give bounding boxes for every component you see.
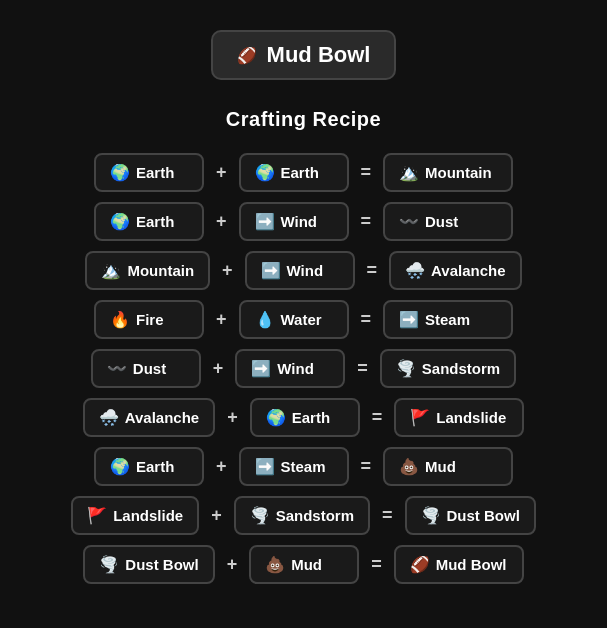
section-title: Crafting Recipe [226,108,381,131]
ingredient-b-1[interactable]: ➡️ Wind [239,202,349,241]
plus-operator-5: + [223,407,242,428]
ingredient-b-icon-5: 🌍 [266,408,286,427]
result-label-5: Landslide [436,409,506,426]
ingredient-b-2[interactable]: ➡️ Wind [245,251,355,290]
equals-operator-0: = [357,162,376,183]
result-label-4: Sandstorm [422,360,500,377]
ingredient-a-icon-4: 〰️ [107,359,127,378]
ingredient-b-6[interactable]: ➡️ Steam [239,447,349,486]
app-title: 🏈 Mud Bowl [211,30,397,80]
ingredient-b-label-6: Steam [281,458,326,475]
result-7[interactable]: 🌪️ Dust Bowl [405,496,536,535]
ingredient-a-7[interactable]: 🚩 Landslide [71,496,199,535]
ingredient-a-icon-3: 🔥 [110,310,130,329]
result-icon-1: 〰️ [399,212,419,231]
result-label-8: Mud Bowl [436,556,507,573]
result-icon-7: 🌪️ [421,506,441,525]
result-label-0: Mountain [425,164,492,181]
ingredient-b-icon-3: 💧 [255,310,275,329]
result-icon-8: 🏈 [410,555,430,574]
plus-operator-2: + [218,260,237,281]
equals-operator-3: = [357,309,376,330]
ingredient-a-2[interactable]: 🏔️ Mountain [85,251,210,290]
result-icon-2: 🌨️ [405,261,425,280]
title-icon: 🏈 [237,46,257,65]
result-icon-3: ➡️ [399,310,419,329]
equals-operator-2: = [363,260,382,281]
ingredient-b-4[interactable]: ➡️ Wind [235,349,345,388]
result-6[interactable]: 💩 Mud [383,447,513,486]
ingredient-a-label-7: Landslide [113,507,183,524]
equals-operator-7: = [378,505,397,526]
ingredient-a-icon-0: 🌍 [110,163,130,182]
ingredient-a-5[interactable]: 🌨️ Avalanche [83,398,215,437]
ingredient-a-label-0: Earth [136,164,174,181]
recipe-row: 🌪️ Dust Bowl + 💩 Mud = 🏈 Mud Bowl [24,545,584,584]
equals-operator-6: = [357,456,376,477]
ingredient-a-icon-6: 🌍 [110,457,130,476]
ingredient-b-0[interactable]: 🌍 Earth [239,153,349,192]
recipe-row: 🌍 Earth + 🌍 Earth = 🏔️ Mountain [24,153,584,192]
result-1[interactable]: 〰️ Dust [383,202,513,241]
ingredient-b-8[interactable]: 💩 Mud [249,545,359,584]
result-5[interactable]: 🚩 Landslide [394,398,524,437]
ingredient-a-4[interactable]: 〰️ Dust [91,349,201,388]
ingredient-a-label-8: Dust Bowl [125,556,198,573]
ingredient-b-icon-6: ➡️ [255,457,275,476]
ingredient-b-icon-7: 🌪️ [250,506,270,525]
equals-operator-8: = [367,554,386,575]
ingredient-a-icon-2: 🏔️ [101,261,121,280]
equals-operator-4: = [353,358,372,379]
equals-operator-5: = [368,407,387,428]
ingredient-a-label-6: Earth [136,458,174,475]
ingredient-a-icon-1: 🌍 [110,212,130,231]
ingredient-a-3[interactable]: 🔥 Fire [94,300,204,339]
recipe-row: 🌍 Earth + ➡️ Steam = 💩 Mud [24,447,584,486]
recipe-row: 🚩 Landslide + 🌪️ Sandstorm = 🌪️ Dust Bow… [24,496,584,535]
ingredient-b-label-3: Water [281,311,322,328]
plus-operator-4: + [209,358,228,379]
ingredient-a-6[interactable]: 🌍 Earth [94,447,204,486]
ingredient-a-0[interactable]: 🌍 Earth [94,153,204,192]
ingredient-b-5[interactable]: 🌍 Earth [250,398,360,437]
ingredient-b-label-2: Wind [287,262,324,279]
ingredient-b-icon-4: ➡️ [251,359,271,378]
ingredient-b-label-8: Mud [291,556,322,573]
ingredient-a-icon-7: 🚩 [87,506,107,525]
plus-operator-7: + [207,505,226,526]
result-4[interactable]: 🌪️ Sandstorm [380,349,516,388]
ingredient-b-7[interactable]: 🌪️ Sandstorm [234,496,370,535]
result-0[interactable]: 🏔️ Mountain [383,153,513,192]
ingredient-a-1[interactable]: 🌍 Earth [94,202,204,241]
recipe-row: 🌨️ Avalanche + 🌍 Earth = 🚩 Landslide [24,398,584,437]
recipe-row: 🔥 Fire + 💧 Water = ➡️ Steam [24,300,584,339]
recipe-row: 🏔️ Mountain + ➡️ Wind = 🌨️ Avalanche [24,251,584,290]
ingredient-a-icon-5: 🌨️ [99,408,119,427]
result-icon-4: 🌪️ [396,359,416,378]
ingredient-b-icon-8: 💩 [265,555,285,574]
ingredient-b-3[interactable]: 💧 Water [239,300,349,339]
ingredient-b-icon-0: 🌍 [255,163,275,182]
recipe-row: 🌍 Earth + ➡️ Wind = 〰️ Dust [24,202,584,241]
ingredient-b-label-0: Earth [281,164,319,181]
result-8[interactable]: 🏈 Mud Bowl [394,545,524,584]
result-icon-5: 🚩 [410,408,430,427]
ingredient-a-label-5: Avalanche [125,409,199,426]
equals-operator-1: = [357,211,376,232]
result-2[interactable]: 🌨️ Avalanche [389,251,521,290]
result-icon-6: 💩 [399,457,419,476]
ingredient-a-label-1: Earth [136,213,174,230]
recipes-container: 🌍 Earth + 🌍 Earth = 🏔️ Mountain 🌍 Earth … [24,153,584,584]
plus-operator-1: + [212,211,231,232]
ingredient-b-label-7: Sandstorm [276,507,354,524]
ingredient-a-icon-8: 🌪️ [99,555,119,574]
title-text: Mud Bowl [267,42,371,68]
ingredient-a-label-4: Dust [133,360,166,377]
ingredient-a-8[interactable]: 🌪️ Dust Bowl [83,545,214,584]
result-label-6: Mud [425,458,456,475]
result-label-3: Steam [425,311,470,328]
ingredient-b-label-1: Wind [281,213,318,230]
recipe-row: 〰️ Dust + ➡️ Wind = 🌪️ Sandstorm [24,349,584,388]
result-label-1: Dust [425,213,458,230]
result-3[interactable]: ➡️ Steam [383,300,513,339]
